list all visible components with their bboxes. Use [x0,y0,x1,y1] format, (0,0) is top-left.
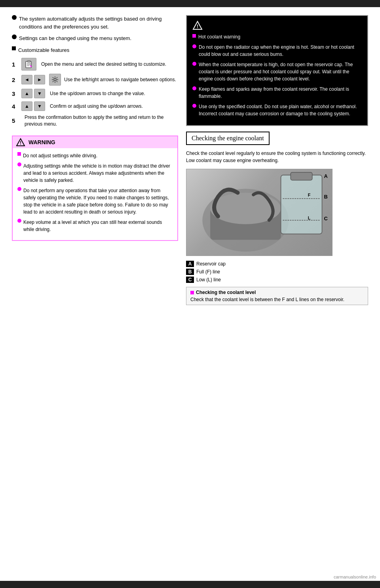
caution-item-3: Keep flames and sparks away from the coo… [192,86,362,100]
warn-item-2-text: Do not perform any operations that take … [23,187,173,216]
step-1-desc: Open the menu and select the desired set… [41,61,178,68]
step-2-controls: ◄ ► [21,74,61,86]
step-5-num: 5 [12,117,18,124]
caution-sq-text: Hot coolant warning [198,33,240,40]
clipboard-icon[interactable] [21,58,36,71]
svg-text:L: L [308,216,311,220]
left-bullet-sq-text: Customizable features [18,46,178,54]
legend-row-b: B Full (F) line [186,269,368,275]
legend-row-c: C Low (L) line [186,277,368,283]
gear-settings-button[interactable] [49,74,61,86]
up-arrow-button-2[interactable]: ▲ [21,101,32,111]
info-sq-icon [190,291,194,294]
svg-rect-21 [281,175,322,234]
step-5-row: 5 Press the confirmation button to apply… [12,114,178,128]
step-1-row: 1 Open the menu and select the desired s… [12,58,178,71]
bullet-circle-icon [12,15,17,20]
watermark: carmanualsonline.info [334,575,376,579]
legend-area: A Reservoir cap B Full (F) line C Low (L… [186,261,368,283]
warning-circle-icon-3 [17,219,21,223]
down-arrow-button-2[interactable]: ▼ [34,101,45,111]
svg-text:!: ! [197,24,198,29]
caution-header: ! [192,21,362,30]
step-2-num: 2 [12,76,18,83]
legend-badge-b: B [186,269,194,275]
svg-line-10 [53,77,53,78]
svg-text:A: A [324,173,328,179]
warning-sq-icon [17,152,21,156]
warn-item-3-text: Keep volume at a level at which you can … [23,219,173,233]
caution-sq-icon [192,34,196,38]
caution-box: ! Hot coolant warning Do not open the ra… [186,15,368,126]
warning-title: WARNING [28,139,55,145]
caution-item-4-text: Use only the specified coolant. Do not u… [199,103,362,117]
legend-label-b: Full (F) line [196,269,220,275]
warn-item-3: Keep volume at a level at which you can … [17,219,173,233]
caution-triangle-icon: ! [192,21,203,30]
step-4-controls: ▲ ▼ [21,101,47,111]
caution-item-4: Use only the specified coolant. Do not u… [192,103,362,117]
left-bullet-2: Settings can be changed using the menu s… [12,34,178,42]
right-arrow-button[interactable]: ► [34,75,45,84]
down-arrow-button[interactable]: ▼ [34,89,45,98]
svg-rect-22 [291,172,312,180]
svg-line-11 [57,81,57,82]
warning-circle-icon-1 [17,162,21,166]
warn-item-2: Do not perform any operations that take … [17,187,173,216]
warn-item-1-text: Adjusting settings while the vehicle is … [23,162,173,184]
caution-item-2-text: When the coolant temperature is high, do… [199,61,362,82]
caution-circle-icon-2 [192,62,196,66]
warning-circle-icon-2 [17,187,21,191]
legend-label-c: Low (L) line [196,277,221,283]
content-area: The system automatically adjusts the set… [0,7,380,313]
svg-rect-1 [27,61,30,62]
warning-header: ! WARNING [13,136,177,148]
info-bar-text: Check that the coolant level is between … [190,297,344,302]
legend-badge-c: C [186,277,194,283]
step-4-desc: Confirm or adjust using the up/down arro… [50,103,178,110]
left-bullet-1: The system automatically adjusts the set… [12,15,178,31]
step-3-num: 3 [12,90,18,97]
top-bar [0,0,380,7]
engine-diagram: A F B L C [186,169,332,256]
svg-text:!: ! [20,140,21,146]
caution-item-2: When the coolant temperature is high, do… [192,61,362,82]
warn-item-sq: Do not adjust settings while driving. [17,152,173,159]
right-column: ! Hot coolant warning Do not open the ra… [186,15,368,305]
step-2-desc: Use the left/right arrows to navigate be… [64,76,178,83]
left-arrow-button[interactable]: ◄ [21,75,32,84]
left-bullet-sq: Customizable features [12,46,178,54]
caution-circle-icon-1 [192,44,196,48]
info-bar: Checking the coolant level Check that th… [186,287,368,305]
legend-label-a: Reservoir cap [196,261,226,267]
bullet-circle-icon [12,34,17,39]
step-2-row: 2 ◄ ► [12,74,178,86]
svg-text:C: C [324,216,328,221]
left-bullet-1-text: The system automatically adjusts the set… [19,15,178,31]
warning-box: ! WARNING Do not adjust settings while d… [12,136,178,241]
step-4-row: 4 ▲ ▼ Confirm or adjust using the up/dow… [12,101,178,111]
svg-text:F: F [308,193,311,197]
step-3-controls: ▲ ▼ [21,89,47,98]
svg-text:B: B [324,194,328,200]
caution-item-sq: Hot coolant warning [192,33,362,40]
info-bar-header: Checking the coolant level [190,290,364,295]
step-4-num: 4 [12,103,18,110]
bottom-bar [0,581,380,588]
step-3-row: 3 ▲ ▼ Use the up/down arrows to change t… [12,89,178,98]
legend-badge-a: A [186,261,194,267]
step-1-controls [21,58,38,71]
info-bar-heading: Checking the coolant level [196,290,256,295]
diagram-inner: A F B L C [186,169,332,256]
step-5-desc: Press the confirmation button to apply t… [25,114,178,128]
caution-circle-icon-3 [192,86,196,90]
legend-row-a: A Reservoir cap [186,261,368,267]
caution-item-3-text: Keep flames and sparks away from the coo… [199,86,362,100]
caution-item-1: Do not open the radiator cap when the en… [192,44,362,58]
warning-content: Do not adjust settings while driving. Ad… [17,152,173,233]
intro-text: Check the coolant level regularly to ens… [186,150,368,164]
warn-item-sq-text: Do not adjust settings while driving. [23,152,97,159]
bullet-square-icon [12,46,16,50]
engine-svg: A F B L C [186,169,332,256]
up-arrow-button[interactable]: ▲ [21,89,32,98]
